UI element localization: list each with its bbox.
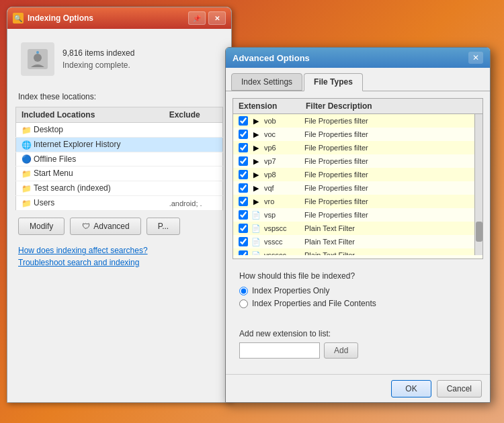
indexing-status: Indexing complete.	[62, 60, 134, 70]
file-type-filter: File Properties filter	[304, 130, 469, 138]
file-type-checkbox[interactable]	[239, 130, 248, 139]
table-row[interactable]: 📁Start Menu	[16, 167, 223, 181]
indexing-titlebar: 🔍 Indexing Options 📌 ✕	[7, 7, 231, 29]
file-type-ext: vqf	[264, 184, 304, 192]
modify-button[interactable]: Modify	[18, 218, 65, 235]
file-type-ext: vssscc	[264, 251, 304, 255]
radio-properties-only-input[interactable]	[239, 287, 248, 295]
file-type-ext: vspscc	[264, 224, 304, 232]
file-type-icon: 📄	[251, 250, 261, 255]
file-type-row[interactable]: ▶vobFile Properties filter	[233, 114, 474, 128]
file-type-filter: File Properties filter	[304, 184, 469, 192]
file-type-row[interactable]: ▶vocFile Properties filter	[233, 128, 474, 141]
locations-table: Included Locations Exclude 📁Desktop🌐Inte…	[15, 107, 223, 211]
file-type-filter: File Properties filter	[304, 171, 469, 179]
troubleshoot-link[interactable]: Troubleshoot search and indexing	[18, 258, 220, 267]
adv-footer: OK Cancel	[226, 374, 490, 402]
indexing-status-icon	[21, 42, 54, 76]
file-type-row[interactable]: 📄vssccPlain Text Filter	[233, 235, 474, 248]
file-type-icon: 📄	[251, 209, 261, 220]
col-exclude: Exclude	[164, 107, 223, 123]
file-type-icon: ▶	[251, 156, 261, 167]
advanced-button[interactable]: 🛡 Advanced	[70, 218, 140, 235]
adv-content: Extension Filter Description ▶vobFile Pr…	[226, 91, 490, 371]
table-row[interactable]: 📁Test search (indexed)	[16, 181, 223, 196]
file-type-checkbox[interactable]	[239, 143, 248, 152]
file-type-checkbox[interactable]	[239, 237, 248, 246]
index-method-label: How should this file be indexed?	[239, 271, 476, 281]
advanced-titlebar: Advanced Options ✕	[226, 48, 490, 68]
radio-properties-contents-input[interactable]	[239, 299, 248, 308]
pin-button[interactable]: 📌	[188, 11, 206, 25]
file-type-icon: 📄	[251, 236, 261, 247]
file-type-row[interactable]: ▶vqfFile Properties filter	[233, 181, 474, 195]
add-ext-button[interactable]: Add	[324, 342, 358, 359]
file-type-icon: ▶	[251, 115, 261, 126]
advanced-title: Advanced Options	[233, 53, 310, 63]
radio-properties-only[interactable]: Index Properties Only	[239, 286, 476, 295]
file-type-row[interactable]: 📄vspFile Properties filter	[233, 208, 474, 222]
file-types-table: Extension Filter Description ▶vobFile Pr…	[233, 98, 483, 259]
file-type-checkbox[interactable]	[239, 210, 248, 220]
add-ext-input[interactable]	[239, 342, 320, 359]
file-type-checkbox[interactable]	[239, 224, 248, 233]
adv-tabs: Index Settings File Types	[226, 68, 490, 91]
col-included: Included Locations	[16, 107, 164, 123]
file-type-ext: voc	[264, 130, 304, 138]
file-type-filter: Plain Text Filter	[304, 224, 469, 232]
file-type-filter: Plain Text Filter	[304, 238, 469, 246]
file-type-checkbox[interactable]	[239, 170, 248, 179]
col-extension: Extension	[239, 101, 306, 111]
advanced-close-button[interactable]: ✕	[468, 52, 483, 64]
file-type-checkbox[interactable]	[239, 156, 248, 166]
file-type-filter: File Properties filter	[304, 117, 469, 125]
svg-point-1	[34, 54, 42, 62]
file-type-filter: File Properties filter	[304, 211, 469, 219]
file-type-checkbox[interactable]	[239, 250, 248, 255]
pause-button[interactable]: P...	[146, 218, 180, 235]
file-type-icon: ▶	[251, 142, 261, 153]
col-filter: Filter Description	[306, 101, 466, 111]
indexing-help-link[interactable]: How does indexing affect searches?	[18, 246, 220, 255]
ok-button[interactable]: OK	[391, 380, 431, 397]
table-row[interactable]: 🔵Offline Files	[16, 152, 223, 167]
file-type-icon: 📄	[251, 223, 261, 234]
add-ext-label: Add new extension to list:	[239, 329, 476, 338]
file-type-icon: ▶	[251, 129, 261, 140]
file-type-row[interactable]: ▶vp7File Properties filter	[233, 154, 474, 168]
file-type-row[interactable]: 📄vspsccPlain Text Filter	[233, 222, 474, 235]
file-type-row[interactable]: ▶vroFile Properties filter	[233, 195, 474, 208]
radio-properties-contents[interactable]: Index Properties and File Contents	[239, 299, 476, 308]
file-type-filter: Plain Text Filter	[304, 251, 469, 255]
table-row[interactable]: 📁Desktop	[16, 123, 223, 138]
scroll-bar[interactable]	[474, 114, 482, 255]
add-extension-section: Add new extension to list: Add	[233, 324, 483, 364]
file-type-row[interactable]: ▶vp8File Properties filter	[233, 168, 474, 181]
file-type-row[interactable]: 📄vsssccPlain Text Filter	[233, 248, 474, 255]
advanced-dialog: Advanced Options ✕ Index Settings File T…	[225, 47, 491, 403]
scroll-thumb[interactable]	[476, 222, 482, 242]
file-types-header: Extension Filter Description	[233, 99, 482, 114]
file-type-checkbox[interactable]	[239, 183, 248, 193]
tab-index-settings[interactable]: Index Settings	[231, 73, 302, 91]
tab-file-types[interactable]: File Types	[304, 73, 363, 91]
file-type-ext: vsp	[264, 211, 304, 219]
indexing-title-icon: 🔍	[13, 13, 24, 23]
indexing-window: 🔍 Indexing Options 📌 ✕ 9,816 items index…	[7, 7, 232, 403]
file-type-ext: vp8	[264, 171, 304, 179]
window-controls: 📌 ✕	[188, 11, 226, 25]
shield-icon: 🛡	[81, 222, 91, 231]
file-type-row[interactable]: ▶vp6File Properties filter	[233, 141, 474, 154]
file-type-checkbox[interactable]	[239, 197, 248, 206]
index-locations-label: Index these locations:	[15, 92, 223, 101]
file-type-filter: File Properties filter	[304, 144, 469, 152]
file-type-icon: ▶	[251, 196, 261, 207]
close-button[interactable]: ✕	[208, 11, 226, 25]
cancel-button[interactable]: Cancel	[437, 380, 482, 397]
links-section: How does indexing affect searches? Troub…	[15, 246, 223, 267]
file-type-icon: ▶	[251, 169, 261, 180]
table-row[interactable]: 📁Users.android; .	[16, 196, 223, 211]
file-type-checkbox[interactable]	[239, 116, 248, 126]
indexing-text: 9,816 items indexed Indexing complete.	[62, 48, 134, 70]
table-row[interactable]: 🌐Internet Explorer History	[16, 137, 223, 152]
